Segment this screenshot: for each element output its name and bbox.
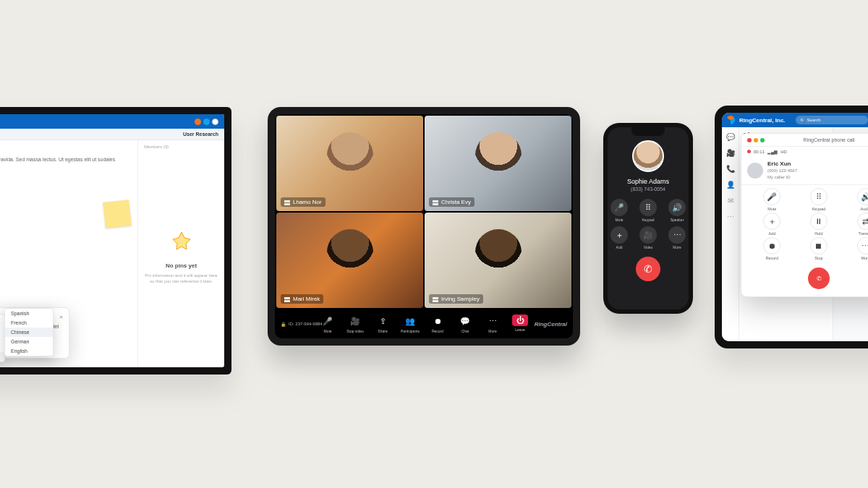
members-label: Members (3) xyxy=(144,145,169,149)
caller-avatar xyxy=(632,140,664,172)
speaker-icon: 🔊 xyxy=(668,199,686,216)
nav-video-icon[interactable]: 🎥 xyxy=(726,147,736,158)
close-icon[interactable]: × xyxy=(59,314,63,320)
participant-name: Lhamo Nor xyxy=(293,199,322,205)
attachment-tabs: Pinned Files Images xyxy=(0,175,132,181)
hangup-icon: ✆ xyxy=(644,263,652,275)
laptop-device: , Inc. ↺ → ALL UNREAD ⋯ User Research Me… xyxy=(0,107,231,374)
channel-toolbar: ↺ → ALL UNREAD ⋯ User Research xyxy=(0,129,224,140)
laptop-screen: , Inc. ↺ → ALL UNREAD ⋯ User Research Me… xyxy=(0,114,224,367)
phone-device: Sophie Adams (833) 743-0054 🎤Mute ⠿Keypa… xyxy=(603,123,693,314)
participant-tile[interactable]: Mari Mirek xyxy=(276,213,423,308)
hold-button[interactable]: ⏸Hold xyxy=(796,213,843,236)
mute-button[interactable]: 🎤Mute xyxy=(608,199,630,222)
lang-spanish[interactable]: Spanish xyxy=(5,309,53,318)
video-button[interactable]: 🎥Video xyxy=(637,226,659,249)
presence-dot xyxy=(203,119,210,125)
phone-notch xyxy=(631,127,665,136)
tablet-screen: RingCentral, Inc. 🔍Search 💬 🎥 📞 👤 ✉ ⋯ Ph… xyxy=(722,113,868,341)
participant-grid: Lhamo Nor Christa Evy Mari Mirek Irving … xyxy=(275,114,573,309)
nav-more-icon[interactable]: ⋯ xyxy=(726,211,736,221)
add-button[interactable]: ＋Add xyxy=(749,213,796,236)
video-screen: Lhamo Nor Christa Evy Mari Mirek Irving … xyxy=(275,114,573,338)
more-button[interactable]: ⋯More xyxy=(666,226,688,249)
call-window-title: RingCentral phone call xyxy=(767,137,868,142)
mic-icon: 🎤 xyxy=(321,314,334,328)
search-icon: 🔍 xyxy=(800,118,805,123)
nav-text-icon[interactable]: ✉ xyxy=(726,195,736,205)
participant-name: Christa Evy xyxy=(441,199,471,205)
transfer-button[interactable]: ⇄Transfer xyxy=(842,213,868,236)
share-icon: ⇪ xyxy=(376,314,389,328)
participant-tile[interactable]: Christa Evy xyxy=(425,116,571,211)
callee-name: Eric Xun xyxy=(767,160,791,167)
mute-button[interactable]: 🎤Mute xyxy=(316,314,339,333)
search-input[interactable]: 🔍Search xyxy=(796,116,868,124)
search-placeholder: Search xyxy=(807,118,821,122)
keypad-button[interactable]: ⠿Keypad xyxy=(796,188,843,211)
lock-icon: 🔒 xyxy=(281,322,286,327)
chat-button[interactable]: 💬Chat xyxy=(454,314,477,333)
signal-icon: ▂▄▆ xyxy=(767,149,778,154)
laptop-titlebar: , Inc. xyxy=(0,114,224,129)
lang-german[interactable]: German xyxy=(5,337,53,346)
brand-label: RingCentral xyxy=(535,321,567,328)
tablet-phone-device: RingCentral, Inc. 🔍Search 💬 🎥 📞 👤 ✉ ⋯ Ph… xyxy=(715,106,868,348)
nav-phone-icon[interactable]: 📞 xyxy=(726,163,736,174)
call-timer: 00:11 xyxy=(754,150,765,154)
traffic-lights[interactable] xyxy=(747,138,765,142)
chat-icon: 💬 xyxy=(459,314,472,328)
brand-logo-icon xyxy=(726,116,735,124)
record-icon: ⏺ xyxy=(431,314,444,328)
video-button[interactable]: 🎥Stop video xyxy=(344,314,367,333)
smart-composer-popover: ✨ Smart composer × Hey team, I'll be OOO… xyxy=(0,307,69,359)
participants-button[interactable]: 👥Participants xyxy=(399,314,422,333)
participant-tile[interactable]: Lhamo Nor xyxy=(276,116,423,211)
more-icon: ⋯ xyxy=(857,237,868,254)
more-icon: ⋯ xyxy=(486,314,499,328)
stop-button[interactable]: ⏹Stop xyxy=(796,237,843,260)
keypad-icon: ⠿ xyxy=(639,199,657,216)
signal-icon xyxy=(284,296,290,302)
transfer-icon: ⇄ xyxy=(857,213,868,230)
people-icon: 👥 xyxy=(404,314,417,328)
meeting-toolbar: 🔒ID: 237-994-9884 🎤Mute 🎥Stop video ⇪Sha… xyxy=(275,309,573,338)
end-call-button[interactable]: ✆ xyxy=(808,267,830,289)
nav-message-icon[interactable]: 💬 xyxy=(726,132,736,142)
caller-name: Sophie Adams xyxy=(627,178,669,185)
stop-icon: ⏹ xyxy=(810,237,827,254)
more-button[interactable]: ⋯More xyxy=(842,237,868,260)
pins-panel: Members (3) No pins yet Pin information … xyxy=(137,140,224,367)
lang-english[interactable]: English xyxy=(5,346,53,356)
mute-button[interactable]: 🎤Mute xyxy=(749,188,796,211)
speaker-button[interactable]: 🔊Speaker xyxy=(666,199,688,222)
caller-number: (833) 743-0054 xyxy=(631,187,665,192)
no-pins-title: No pins yet xyxy=(166,262,197,269)
end-call-button[interactable]: ✆ xyxy=(636,257,660,281)
leave-button[interactable]: ⏻Leave xyxy=(509,314,532,333)
camera-icon: 🎥 xyxy=(349,314,362,328)
lang-chinese[interactable]: Chinese xyxy=(5,328,53,337)
audio-button[interactable]: 🔊Audio xyxy=(842,188,868,211)
keypad-button[interactable]: ⠿Keypad xyxy=(637,199,659,222)
camera-icon: 🎥 xyxy=(639,226,657,244)
presence-dot xyxy=(195,119,201,125)
more-button[interactable]: ⋯More xyxy=(481,314,504,333)
callee-number: (000) 123-4567 xyxy=(767,168,797,173)
participant-tile[interactable]: Irving Sampley xyxy=(425,213,571,308)
record-button[interactable]: ⏺Record xyxy=(749,237,796,260)
speaker-icon: 🔊 xyxy=(857,188,868,205)
signal-icon xyxy=(433,200,438,205)
nav-contacts-icon[interactable]: 👤 xyxy=(726,179,736,189)
record-icon: ⏺ xyxy=(763,237,780,254)
lang-french[interactable]: French xyxy=(5,318,53,328)
signal-icon xyxy=(433,296,438,302)
phone-screen: Sophie Adams (833) 743-0054 🎤Mute ⠿Keypa… xyxy=(608,127,689,309)
sticky-note[interactable] xyxy=(103,200,132,228)
add-button[interactable]: ＋Add xyxy=(608,226,630,249)
signal-icon xyxy=(284,200,290,205)
caller-id-label: My caller ID xyxy=(767,175,791,179)
call-window: RingCentral phone call 00:11 ▂▄▆ HD Eric… xyxy=(741,133,868,297)
share-button[interactable]: ⇪Share xyxy=(371,314,394,333)
record-button[interactable]: ⏺Record xyxy=(426,314,449,333)
